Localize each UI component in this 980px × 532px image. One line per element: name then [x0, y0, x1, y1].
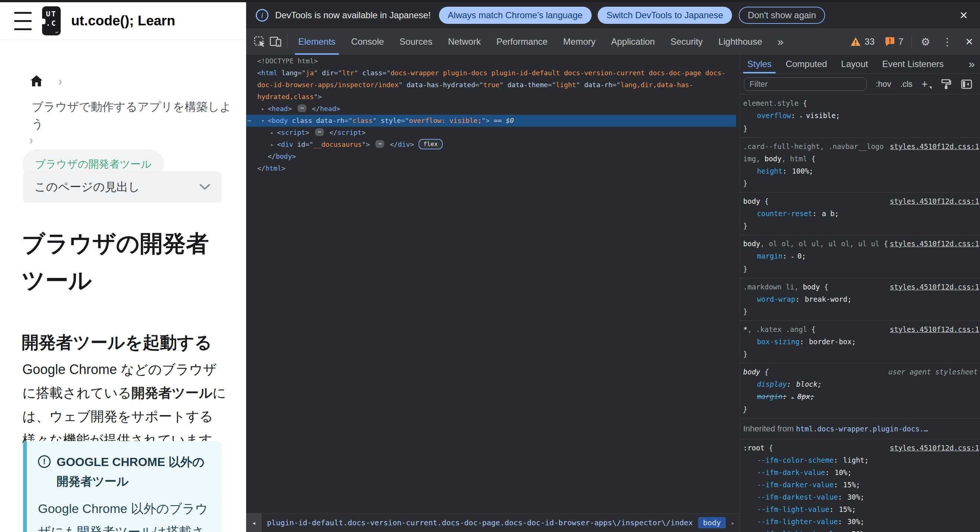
- breadcrumb-parent[interactable]: ブラウザで動作するアプリを構築しよう: [32, 98, 240, 133]
- expand-arrow-icon[interactable]: ▸: [268, 127, 276, 139]
- more-sidebar-tabs-icon[interactable]: »: [964, 58, 980, 70]
- style-rule[interactable]: styles.4510f12d.css:1*, .katex .angl {bo…: [740, 321, 980, 363]
- more-tabs-icon[interactable]: »: [770, 35, 792, 48]
- collapse-arrow-icon[interactable]: ▾: [259, 115, 267, 127]
- style-rule[interactable]: styles.4510f12d.css:1.markdown li, body …: [740, 278, 980, 321]
- rule-closing-brace: }: [743, 177, 977, 190]
- site-logo[interactable]: UT .C ↵: [42, 6, 61, 35]
- toggle-pseudo-state-button[interactable]: :hov: [876, 80, 891, 89]
- stylesheet-link[interactable]: styles.4510f12d.css:1: [890, 281, 979, 293]
- expand-node-button[interactable]: ⋯: [298, 104, 306, 112]
- issues-counter[interactable]: 7: [880, 37, 908, 47]
- dom-tree-row[interactable]: ▸<head> ⋯ </head>: [246, 103, 736, 115]
- devtools-tab-console[interactable]: Console: [343, 29, 392, 55]
- stylesheet-link[interactable]: styles.4510f12d.css:1: [890, 442, 979, 454]
- code-token: , ol ol, ol ul, ul ol, ul ul: [760, 239, 880, 248]
- devtools-tab-network[interactable]: Network: [440, 29, 488, 55]
- new-style-rule-button[interactable]: +: [921, 79, 931, 90]
- expand-node-button[interactable]: ⋯: [375, 140, 384, 148]
- style-rule[interactable]: element.style {overflow:▸visible;}: [740, 95, 980, 138]
- kebab-menu-icon[interactable]: ⋮: [936, 36, 958, 48]
- css-property[interactable]: --ifm-dark-value:10%;: [743, 467, 977, 479]
- css-property[interactable]: counter-reset:a b;: [743, 207, 977, 220]
- dom-tree-row[interactable]: </html>: [246, 162, 736, 174]
- toc-toggle[interactable]: このページの見出し: [23, 171, 221, 203]
- css-property[interactable]: box-sizing:border-box;: [743, 336, 977, 348]
- expand-value-icon[interactable]: ▸: [791, 394, 794, 400]
- dom-tree-row[interactable]: </body>: [246, 151, 736, 162]
- rendering-emulation-icon[interactable]: [940, 78, 952, 90]
- dom-tree-row[interactable]: <!DOCTYPE html>: [246, 55, 736, 67]
- css-property[interactable]: --ifm-darker-value:15%;: [743, 479, 977, 491]
- stylesheet-link[interactable]: styles.4510f12d.css:1: [890, 238, 979, 250]
- stylesheet-link[interactable]: styles.4510f12d.css:1: [890, 195, 979, 207]
- style-rule[interactable]: styles.4510f12d.css:1.card--full-height,…: [740, 138, 980, 193]
- toolbar-separator: [912, 35, 912, 49]
- expand-arrow-icon[interactable]: ▸: [259, 103, 267, 115]
- sidebar-tab-computed[interactable]: Computed: [779, 55, 834, 73]
- dom-tree-row[interactable]: ▸<script> ⋯ </script>: [246, 127, 736, 139]
- devtools-tab-elements[interactable]: Elements: [290, 29, 343, 55]
- dom-tree-row-selected[interactable]: ⋯▾<body class data-rh="class" style="ove…: [246, 115, 736, 127]
- statusbar-breadcrumb[interactable]: plugin-id-default.docs-version-current.d…: [262, 518, 698, 527]
- settings-gear-icon[interactable]: ⚙: [915, 36, 936, 48]
- css-property[interactable]: overflow:▸visible;: [743, 110, 977, 123]
- css-property[interactable]: display:block;: [743, 378, 977, 390]
- css-property[interactable]: --ifm-lighter-value:30%;: [743, 516, 977, 528]
- expand-value-icon[interactable]: ▸: [791, 254, 794, 260]
- style-rule[interactable]: user agent stylesheetbody {display:block…: [740, 363, 980, 419]
- css-property[interactable]: --ifm-color-scheme:light;: [743, 454, 977, 467]
- devtools-close-icon[interactable]: ✕: [958, 36, 980, 48]
- flex-badge[interactable]: flex: [418, 139, 443, 150]
- dont-show-again-button[interactable]: Don't show again: [739, 7, 825, 24]
- css-property[interactable]: --ifm-darkest-value:30%;: [743, 491, 977, 503]
- infobar-action-button[interactable]: Always match Chrome's language: [439, 7, 592, 24]
- hamburger-menu-icon[interactable]: [14, 12, 32, 30]
- devtools-tab-application[interactable]: Application: [603, 29, 662, 55]
- devtools-tab-lighthouse[interactable]: Lighthouse: [710, 29, 770, 55]
- styles-filter-input[interactable]: [744, 78, 867, 91]
- sidebar-tab-styles[interactable]: Styles: [740, 55, 779, 73]
- style-rule[interactable]: styles.4510f12d.css:1body, ol ol, ol ul,…: [740, 235, 980, 278]
- toggle-class-button[interactable]: .cls: [900, 80, 913, 89]
- code-token: .markdown li,: [743, 283, 803, 291]
- dom-tree-row[interactable]: <html lang="ja" dir="ltr" class="docs-wr…: [246, 67, 736, 103]
- stylesheet-link[interactable]: styles.4510f12d.css:1: [890, 140, 979, 153]
- css-property[interactable]: margin:▸8px;: [743, 390, 977, 403]
- style-rule[interactable]: styles.4510f12d.css:1:root {--ifm-color-…: [740, 439, 980, 532]
- home-icon[interactable]: [30, 75, 43, 86]
- devtools-tab-security[interactable]: Security: [663, 29, 711, 55]
- code-token: head: [320, 105, 336, 113]
- code-token: =": [401, 116, 409, 124]
- statusbar-back-icon[interactable]: ◂: [246, 513, 262, 532]
- site-title[interactable]: ut.code(); Learn: [71, 13, 175, 29]
- infobar-close-icon[interactable]: ✕: [957, 9, 970, 22]
- css-property[interactable]: --ifm-light-value:15%;: [743, 503, 977, 516]
- expand-arrow-icon[interactable]: ▸: [268, 139, 276, 151]
- expand-value-icon[interactable]: ▸: [800, 113, 803, 119]
- style-rule[interactable]: styles.4510f12d.css:1body {counter-reset…: [740, 193, 980, 235]
- sidebar-tab-event-listeners[interactable]: Event Listeners: [875, 55, 951, 73]
- statusbar-selected-node[interactable]: body: [698, 517, 726, 528]
- stylesheet-link[interactable]: styles.4510f12d.css:1: [890, 323, 979, 336]
- statusbar-forward-icon[interactable]: ▸: [731, 519, 735, 527]
- css-property[interactable]: margin:▸0;: [743, 250, 977, 263]
- css-property[interactable]: height:100%;: [743, 165, 977, 177]
- code-token: ja: [306, 69, 314, 77]
- device-toolbar-icon[interactable]: [268, 29, 284, 55]
- inspect-element-icon[interactable]: [251, 29, 268, 55]
- expand-node-button[interactable]: ⋯: [315, 128, 324, 136]
- css-property[interactable]: word-wrap:break-word;: [743, 293, 977, 306]
- devtools-tab-sources[interactable]: Sources: [392, 29, 440, 55]
- css-property[interactable]: --ifm-lightest-value:50%;: [743, 528, 977, 532]
- dom-tree-row[interactable]: ▸<div id="__docusaurus"> ⋯ </div>flex: [246, 139, 736, 151]
- rule-closing-brace: }: [743, 306, 977, 318]
- devtools-tab-performance[interactable]: Performance: [488, 29, 555, 55]
- devtools-tab-memory[interactable]: Memory: [555, 29, 604, 55]
- warnings-counter[interactable]: 33: [845, 37, 880, 47]
- infobar-action-button[interactable]: Switch DevTools to Japanese: [598, 7, 732, 24]
- warning-triangle-icon: [850, 37, 861, 46]
- toggle-sidebar-icon[interactable]: [961, 78, 972, 90]
- sidebar-tab-layout[interactable]: Layout: [834, 55, 875, 73]
- inherited-node-link[interactable]: html.docs-wrapper.plugin-docs.…: [796, 425, 928, 433]
